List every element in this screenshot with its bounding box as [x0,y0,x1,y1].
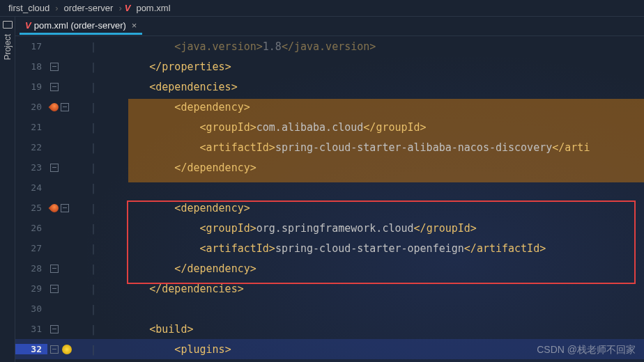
gutter[interactable] [47,265,88,273]
crumb-project[interactable]: first_cloud [6,3,52,13]
code-line[interactable]: 24 | [15,178,644,198]
intention-bulb-icon[interactable] [62,345,72,354]
code-line[interactable]: 17 | <java.version>1.8</java.version> [15,36,644,56]
project-label: Project [3,34,13,60]
watermark: CSDN @栈老师不回家 [537,344,636,356]
code-line[interactable]: 25 | <dependency> [15,198,644,218]
code-area[interactable]: 17 | <java.version>1.8</java.version> 18… [15,36,644,362]
crumb-module[interactable]: order-server [61,3,116,13]
line-number: 32 [15,344,47,354]
code-line[interactable]: 26 | <groupId>org.springframework.cloud<… [15,218,644,238]
code-line[interactable]: 27 | <artifactId>spring-cloud-starter-op… [15,238,644,258]
code-line[interactable]: 20 | <dependency> [15,97,644,117]
editor-tabs: V pom.xml (order-server) × [15,17,644,36]
gutter[interactable] [47,204,88,212]
code-line[interactable]: 23 | </dependency> [15,157,644,178]
line-number: 21 [15,122,47,132]
indent-guide: | [88,324,99,335]
gutter[interactable] [47,345,88,354]
line-number: 23 [15,162,47,173]
line-number: 29 [15,283,47,294]
gutter[interactable] [47,63,88,71]
line-number: 20 [15,102,47,112]
fold-icon[interactable] [50,345,59,354]
fold-icon[interactable] [50,83,59,91]
fold-icon[interactable] [50,164,59,172]
project-icon [3,21,13,29]
fold-icon[interactable] [50,265,59,273]
run-icon[interactable] [49,101,61,113]
indent-guide: | [88,162,99,173]
code-line[interactable]: 28 | </dependency> [15,258,644,278]
indent-guide: | [88,81,99,93]
tab-pom[interactable]: V pom.xml (order-server) × [20,18,142,35]
code-line[interactable]: 19 | <dependencies> [15,77,644,97]
close-icon[interactable]: × [132,20,137,31]
code-line[interactable]: 18 | </properties> [15,56,644,77]
indent-guide: | [88,263,99,274]
tab-label: pom.xml (order-server) [34,20,126,31]
gutter[interactable] [47,164,88,172]
main: Project V pom.xml (order-server) × 17 | … [0,17,644,362]
code-line[interactable]: 21 | <groupId>com.alibaba.cloud</groupId… [15,117,644,137]
indent-guide: | [88,304,99,315]
editor-panel: V pom.xml (order-server) × 17 | <java.ve… [15,17,644,362]
indent-guide: | [88,122,99,133]
indent-guide: | [88,223,99,234]
line-number: 26 [15,223,47,233]
fold-icon[interactable] [50,63,59,71]
line-number: 24 [15,182,47,193]
maven-file-icon: V [125,3,134,13]
indent-guide: | [88,243,99,254]
breadcrumb: first_cloud › order-server › V pom.xml [0,0,644,17]
line-number: 25 [15,203,47,213]
indent-guide: | [88,41,99,52]
chevron-right-icon: › [52,3,61,13]
line-number: 18 [15,61,47,72]
code-line[interactable]: 31 | <build> [15,319,644,339]
run-icon[interactable] [49,202,61,214]
indent-guide: | [88,344,99,355]
line-number: 28 [15,263,47,274]
gutter[interactable] [47,285,88,293]
indent-guide: | [88,142,99,153]
indent-guide: | [88,182,99,194]
fold-icon[interactable] [61,204,69,212]
gutter[interactable] [47,83,88,91]
code-line[interactable]: 30 | [15,299,644,319]
maven-file-icon: V [25,20,34,31]
line-number: 27 [15,243,47,253]
fold-icon[interactable] [61,103,69,111]
indent-guide: | [88,203,99,214]
chevron-right-icon: › [116,3,124,13]
indent-guide: | [88,102,99,113]
line-number: 30 [15,304,47,314]
crumb-file[interactable]: pom.xml [133,3,173,13]
fold-icon[interactable] [50,285,59,293]
code-line[interactable]: 22 | <artifactId>spring-cloud-starter-al… [15,137,644,157]
gutter[interactable] [47,103,88,111]
code-line[interactable]: 29 | </dependencies> [15,278,644,299]
fold-icon[interactable] [50,325,59,333]
line-number: 22 [15,142,47,152]
indent-guide: | [88,61,99,72]
line-number: 31 [15,324,47,334]
line-number: 17 [15,41,47,52]
indent-guide: | [88,283,99,294]
line-number: 19 [15,81,47,92]
project-toolwindow-stripe[interactable]: Project [0,17,15,362]
gutter[interactable] [47,325,88,333]
